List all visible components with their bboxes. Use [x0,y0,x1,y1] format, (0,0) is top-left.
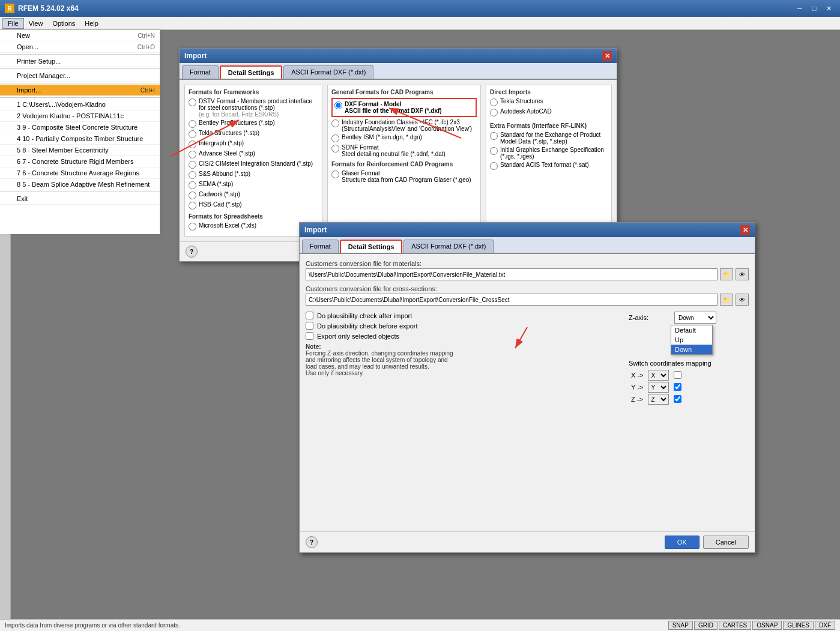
menu-item-recent-3[interactable]: 3 9 - Composite Steel Concrete Structure [0,122,160,133]
import-front-help-button[interactable]: ? [306,536,318,548]
separator-2 [0,68,160,69]
switch-coords-section: Switch coordinates mapping X -> XYZ Y ->… [629,360,749,405]
status-dxf[interactable]: DXF [815,621,835,630]
separator-3 [0,83,160,83]
switch-to-x-select[interactable]: XYZ [648,370,669,381]
switch-from-x: X -> [629,369,645,381]
radio-tekla-direct[interactable]: Tekla Structures [490,98,608,106]
zaxis-option-down[interactable]: Down [671,345,712,354]
import-dialog-back-close[interactable]: ✕ [602,51,612,61]
menu-list: NewCtrl+N Open...Ctrl+O Printer Setup...… [0,30,160,234]
tab-ascii-dxf-front[interactable]: ASCII Format DXF (*.dxf) [403,240,494,253]
status-osnap[interactable]: OSNAP [752,621,782,630]
status-buttons: SNAP GRID CARTES OSNAP GLINES DXF [668,621,835,630]
switch-from-z: Z -> [629,393,645,405]
menu-help[interactable]: Help [80,19,103,28]
materials-input[interactable] [306,268,718,280]
radio-tekla[interactable]: Tekla Structures (*.stp) [189,130,318,138]
plausibility-after-checkbox-row: Do plausibility check after import [306,312,617,319]
zaxis-select[interactable]: Down Default Up [674,312,716,324]
tab-ascii-dxf-back[interactable]: ASCII Format DXF (*.dxf) [283,65,373,79]
ok-button[interactable]: OK [665,536,699,549]
import-dialog-front-title: Import ✕ [300,223,755,237]
radio-dstv[interactable]: DSTV Format - Members product interface … [189,98,318,118]
materials-label: Customers conversion file for materials: [306,260,749,267]
radio-cadwork[interactable]: Cadwork (*.stp) [189,191,318,199]
radio-sdnf[interactable]: SDNF FormatSteel detailing neutral file … [331,144,477,157]
radio-dxf[interactable]: DXF Format - ModelASCII file of the form… [331,98,477,117]
switch-row-y: Y -> YXZ [629,381,684,393]
status-glines[interactable]: GLINES [783,621,814,630]
menu-file[interactable]: File [2,18,24,29]
radio-ss-abbund[interactable]: S&S Abbund (*.stp) [189,171,318,179]
switch-mirror-x[interactable] [674,371,681,379]
tab-detail-settings-back[interactable]: Detail Settings [220,65,282,79]
status-cartes[interactable]: CARTES [719,621,751,630]
radio-advance-steel[interactable]: Advance Steel (*.stp) [189,150,318,159]
import-back-help-button[interactable]: ? [186,246,198,258]
separator-5 [0,192,160,192]
menu-item-recent-7[interactable]: 7 6 - Concrete Structure Average Regions [0,168,160,179]
radio-iges[interactable]: Initial Graphics Exchange Specification … [490,146,608,160]
materials-view-button[interactable]: 👁 [736,268,749,280]
menu-item-recent-5[interactable]: 5 8 - Steel Member Eccentricity [0,145,160,156]
status-bar: Imports data from diverse programs or vi… [0,619,840,631]
switch-mirror-z[interactable] [674,395,681,403]
cross-sections-browse-button[interactable]: 📁 [720,294,733,306]
menu-item-exit[interactable]: Exit [0,193,160,205]
radio-hsb[interactable]: HSB-Cad (*.stp) [189,201,318,210]
radio-bentley[interactable]: Bentley ProStructures (*.stp) [189,119,318,128]
separator-4 [0,97,160,98]
tab-detail-settings-front[interactable]: Detail Settings [340,240,402,253]
plausibility-after-checkbox[interactable] [306,312,313,319]
tab-format-front[interactable]: Format [302,240,339,253]
plausibility-before-checkbox[interactable] [306,322,313,330]
menu-item-recent-1[interactable]: 1 C:\Users\...\Vodojem-Kladno [0,99,160,110]
export-selected-checkbox[interactable] [306,332,313,340]
zaxis-option-up[interactable]: Up [671,335,712,345]
switch-mirror-y[interactable] [674,383,681,391]
radio-sat[interactable]: Standard ACIS Text format (*.sat) [490,162,608,170]
status-grid[interactable]: GRID [694,621,718,630]
menu-view[interactable]: View [24,19,48,28]
radio-autocad[interactable]: Autodesk AutoCAD [490,108,608,116]
menu-item-recent-2[interactable]: 2 Vodojem Kladno - POSTFINAL11c [0,110,160,122]
menu-item-recent-8[interactable]: 8 5 - Beam Splice Adaptive Mesh Refineme… [0,179,160,190]
radio-glaser[interactable]: Glaser FormatStructure data from CAD Pro… [331,170,477,183]
dialog-footer: ? OK Cancel [300,531,755,552]
maximize-button[interactable]: □ [808,3,821,14]
radio-sema[interactable]: SEMA (*.stp) [189,181,318,189]
radio-step[interactable]: Standard for the Exchange of Product Mod… [490,131,608,145]
import-dialog-front-close[interactable]: ✕ [740,225,750,235]
status-snap[interactable]: SNAP [668,621,693,630]
import-dialog-front-tabs: Format Detail Settings ASCII Format DXF … [300,237,755,254]
cross-sections-input[interactable] [306,294,718,306]
cancel-button[interactable]: Cancel [703,536,749,549]
tab-format-back[interactable]: Format [182,65,219,79]
app-title: RFEM 5.24.02 x64 [18,4,79,13]
menu-options[interactable]: Options [47,19,80,28]
radio-intergraph[interactable]: Intergraph (*.stp) [189,140,318,148]
menu-item-recent-6[interactable]: 6 7 - Concrete Structure Rigid Members [0,156,160,168]
minimize-button[interactable]: ─ [793,3,806,14]
radio-cis2[interactable]: CIS/2 CIMsteel Integration Standard (*.s… [189,160,318,169]
zaxis-dropdown-open: Default Up Down [671,325,713,355]
zaxis-option-default[interactable]: Default [671,325,712,335]
axis-section: Z-axis: Down Default Up Default Up Down [629,312,749,405]
radio-ifc[interactable]: Industry Foundation Classes - IFC (*.ifc… [331,119,477,132]
note-label: Note: [306,343,321,350]
menu-item-new[interactable]: NewCtrl+N [0,30,160,41]
close-button[interactable]: ✕ [822,3,835,14]
menu-item-printer[interactable]: Printer Setup... [0,56,160,67]
cross-sections-view-button[interactable]: 👁 [736,294,749,306]
menu-item-project-manager[interactable]: Project Manager... [0,70,160,82]
menu-item-open[interactable]: Open...Ctrl+O [0,41,160,53]
radio-bentley-ism[interactable]: Bentley ISM (*.ism.dgn, *.dgn) [331,134,477,142]
materials-browse-button[interactable]: 📁 [720,268,733,280]
switch-to-y-select[interactable]: YXZ [648,382,669,393]
menu-item-import[interactable]: Import...Ctrl+I [0,85,160,96]
menu-item-recent-4[interactable]: 4 10 - Partially Composite Timber Struct… [0,133,160,145]
switch-to-z-select[interactable]: ZXY [648,394,669,405]
direct-imports-title: Direct Imports [490,89,608,95]
frameworks-title: Formats for Frameworks [189,89,318,95]
